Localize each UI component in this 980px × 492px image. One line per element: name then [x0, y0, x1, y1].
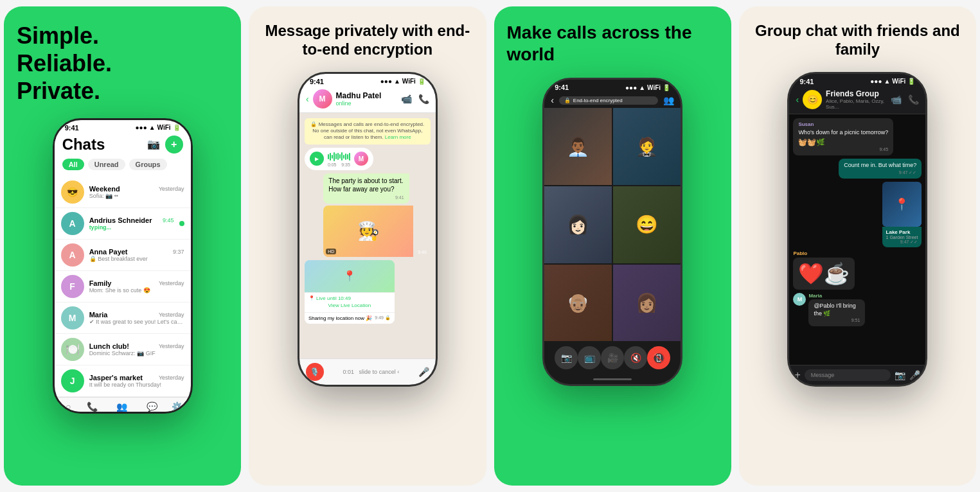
list-item[interactable]: 😎 Weekend Yesterday Sofia: 📷 ••	[55, 177, 191, 208]
video-icon[interactable]: 📹	[891, 94, 902, 105]
avatar: M	[61, 306, 84, 329]
contact-avatar: M	[313, 89, 332, 109]
avatar: F	[61, 275, 84, 298]
call-header: ‹ 🔒 End-to-end encrypted 👥	[544, 92, 681, 108]
list-item[interactable]: A Andrius Schneider 9:45 typing...	[55, 208, 191, 240]
group-message-maria: M Maria @Pablo I'll bring the 🌿 9:51	[793, 293, 922, 326]
avatar: J	[61, 369, 84, 392]
home-indicator	[544, 374, 681, 384]
end-call-button[interactable]: 📵	[647, 346, 670, 369]
phone-icon[interactable]: 📞	[908, 94, 919, 105]
group-header: ‹ 😊 Friends Group Alice, Pablo, Maria, O…	[789, 87, 925, 114]
location-message: 📍 📍 Live until 10:49 View Live Location …	[305, 260, 395, 324]
list-item[interactable]: 🍽️ Lunch club! Yesterday Dominic Schwarz…	[55, 334, 191, 365]
card-title-message: Message privately with end-to-end encryp…	[262, 22, 473, 59]
nav-calls[interactable]: 📞 Calls	[87, 401, 98, 414]
map-pin-icon: 📍	[343, 270, 356, 282]
sent-bubble: The party is about to start. How far awa…	[323, 173, 409, 204]
list-item[interactable]: M Maria Yesterday ✔ It was great to see …	[55, 303, 191, 334]
list-item[interactable]: A Anna Payet 9:37 🔒 Best breakfast ever	[55, 240, 191, 271]
status-icons: ●●● ▲ WiFi 🔋	[136, 124, 181, 131]
nav-chats[interactable]: 💬 Chats	[145, 401, 159, 414]
updates-icon: ○	[66, 401, 71, 412]
card-message: Message privately with end-to-end encryp…	[249, 6, 486, 486]
camera-icon[interactable]: 📷	[147, 138, 160, 150]
status-bar: 9:41 ●●● ▲ WiFi 🔋	[544, 80, 681, 92]
status-bar: 9:41 ●●● ▲ WiFi 🔋	[55, 120, 191, 133]
avatar: 😎	[61, 180, 84, 204]
call-participant: 🤵	[613, 108, 681, 185]
group-message-pablo: Pablo ❤️☕	[793, 250, 922, 290]
call-participant: 👴🏽	[544, 265, 612, 342]
card-title-group: Group chat with friends and family	[752, 22, 963, 59]
video-call-icon[interactable]: 📹	[401, 94, 412, 104]
video-button[interactable]: 🎥	[601, 346, 624, 369]
chat-list: 😎 Weekend Yesterday Sofia: 📷 •• A Andriu…	[55, 177, 191, 397]
mute-button[interactable]: 🔇	[624, 346, 647, 369]
mic-input-icon[interactable]: 🎤	[909, 370, 920, 380]
nav-settings[interactable]: ⚙️ Settings	[168, 401, 186, 414]
nav-updates[interactable]: ○ Updates	[58, 401, 78, 414]
filter-all[interactable]: All	[62, 159, 84, 170]
view-live-location[interactable]: View Live Location	[308, 301, 391, 310]
message-input[interactable]: Message	[805, 369, 891, 381]
phone-group: 9:41 ●●● ▲ WiFi 🔋 ‹ 😊 Friends Group Alic…	[787, 72, 927, 387]
avatar: A	[61, 212, 84, 235]
audio-message: ▶	[305, 148, 373, 170]
call-participant: 👩🏽	[613, 265, 681, 342]
avatar: M	[793, 293, 806, 306]
card-title-simple: Simple. Reliable. Private.	[17, 22, 228, 105]
chats-icon: 💬	[147, 401, 157, 412]
group-header-icons: 📹 📞	[891, 94, 919, 105]
filter-tabs: All Unread Groups	[62, 159, 183, 170]
call-grid: 👨🏾‍💼 🤵 👩🏻 😄 👴🏽 👩🏽	[544, 108, 681, 341]
filter-unread[interactable]: Unread	[88, 159, 125, 170]
waveform	[328, 151, 350, 163]
group-input-bar: + Message 📷 🎤	[789, 365, 925, 385]
avatar: 🍽️	[61, 338, 84, 361]
card-simple: Simple. Reliable. Private. 9:41 ●●● ▲ Wi…	[4, 6, 241, 486]
back-icon[interactable]: ‹	[796, 94, 799, 105]
new-chat-button[interactable]: +	[165, 136, 183, 154]
phone-calls: 9:41 ●●● ▲ WiFi 🔋 ‹ 🔒 End-to-end encrypt…	[542, 78, 682, 386]
call-controls: 📷 📺 🎥 🔇 📵	[544, 341, 681, 374]
nav-communities[interactable]: 👥 Communities	[107, 401, 137, 414]
plus-icon[interactable]: +	[794, 369, 800, 381]
chats-title: Chats	[62, 136, 105, 154]
group-message: Count me in. But what time? 9:47 ✓✓	[839, 159, 922, 179]
status-bar: 9:41 ●●● ▲ WiFi 🔋	[789, 74, 925, 87]
group-message: Susan Who's down for a picnic tomorrow? …	[793, 118, 893, 155]
slide-to-cancel: 0:01 slide to cancel ‹	[343, 369, 400, 375]
encrypted-label: 🔒 End-to-end encrypted	[559, 96, 658, 105]
group-avatar: 😊	[803, 90, 822, 109]
message-header-icons: 📹 📞	[401, 94, 429, 104]
message-header: ‹ M Madhu Patel online 📹 📞	[299, 87, 436, 113]
chats-title-row: Chats 📷 +	[62, 136, 183, 154]
filter-groups[interactable]: Groups	[129, 159, 167, 170]
microphone-button[interactable]: 🎙️	[306, 363, 324, 381]
camera-input-icon[interactable]: 📷	[895, 370, 905, 380]
camera-toggle-button[interactable]: 📷	[555, 346, 578, 369]
voice-call-icon[interactable]: 📞	[418, 94, 429, 104]
add-participant-icon[interactable]: 👥	[663, 95, 674, 105]
message-body: 🔒 Messages and calls are end-to-end encr…	[299, 113, 436, 358]
avatar: A	[61, 243, 84, 267]
screen-share-button[interactable]: 📺	[578, 346, 601, 369]
phone-chats: 9:41 ●●● ▲ WiFi 🔋 Chats 📷 + All Unread G…	[53, 118, 193, 414]
list-item[interactable]: J Jasper's market Yesterday It will be r…	[55, 365, 191, 397]
list-item[interactable]: F Family Yesterday Mom: She is so cute 😍	[55, 271, 191, 303]
call-participant: 😄	[613, 186, 681, 263]
lock-icon: 🔒	[564, 98, 571, 103]
back-icon[interactable]: ‹	[551, 95, 554, 105]
encryption-notice: 🔒 Messages and calls are end-to-end encr…	[305, 118, 431, 145]
voice-recording-bar: 🎙️ 0:01 slide to cancel ‹ 🎤	[299, 358, 436, 385]
play-button[interactable]: ▶	[310, 152, 324, 166]
card-calls: Make calls across the world 9:41 ●●● ▲ W…	[494, 6, 731, 486]
call-participant: 👨🏾‍💼	[544, 108, 612, 185]
online-indicator	[179, 221, 184, 226]
mic-icon[interactable]: 🎤	[418, 367, 429, 377]
phone-message: 9:41 ●●● ▲ WiFi 🔋 ‹ M Madhu Patel online…	[298, 72, 438, 387]
back-icon[interactable]: ‹	[306, 94, 309, 104]
sender-avatar-small: M	[354, 152, 368, 166]
card-group: Group chat with friends and family 9:41 …	[739, 6, 976, 486]
